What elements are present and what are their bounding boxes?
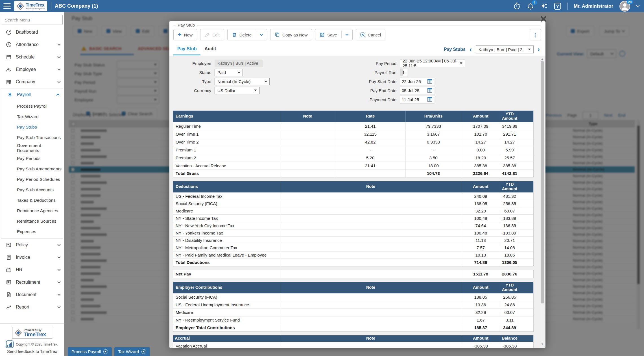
total-deductions-row: Total Deductions 714.86 1306.05 xyxy=(173,259,533,266)
pay-period-select[interactable]: 22-Jun-25 12:00 AM | 05-Jul-25 11:5 xyxy=(400,60,465,67)
sidebar-item-company[interactable]: Company xyxy=(0,76,64,88)
sidebar-subitem[interactable]: Government Documents xyxy=(1,143,63,153)
save-button[interactable]: Save xyxy=(315,29,341,40)
sidebar-item-schedule[interactable]: Schedule xyxy=(0,51,64,63)
whats-new-icon[interactable] xyxy=(540,2,548,10)
sidebar-subitem[interactable]: Pay Period Schedules xyxy=(1,174,63,184)
kebab-menu-icon[interactable] xyxy=(530,29,541,40)
deduction-row[interactable]: US - Federal Income Tax 240.09 431.32 xyxy=(173,192,533,200)
deduction-row[interactable]: NY - Disability Insurance 11.13 20.71 xyxy=(173,236,533,244)
timetrex-logo[interactable]: TimeTrex Workforce Management xyxy=(14,1,47,11)
employer-contribution-row[interactable]: Medicare 32.29 60.07 xyxy=(173,309,533,316)
save-menu-chevron[interactable] xyxy=(342,29,352,40)
dashboard-icon xyxy=(6,29,12,35)
edit-button[interactable]: Edit xyxy=(200,29,224,40)
deduction-row[interactable]: NY - New York City Income Tax 74.64 136.… xyxy=(173,222,533,229)
timer-icon[interactable] xyxy=(513,2,521,10)
record-selector[interactable]: Kathryn | Burr | Paid | 2 xyxy=(476,45,534,53)
pay-stub-modal: Pay Stub New Edit Delete xyxy=(169,21,545,347)
earnings-row[interactable]: Over Time 2 42.82 0.3333 14.27 14.27 xyxy=(173,138,533,146)
dock-tab-process-payroll[interactable]: Process Payroll xyxy=(68,347,112,356)
close-icon[interactable] xyxy=(539,15,548,23)
user-menu-chevron-icon[interactable] xyxy=(636,4,639,7)
powered-by-timetrex[interactable]: Powered By TimeTrex xyxy=(12,327,52,339)
delete-menu-chevron[interactable] xyxy=(256,29,267,40)
notifications-icon[interactable]: 4 xyxy=(527,3,534,10)
earnings-row[interactable]: Regular Time 21.41 79.7333 1707.09 3419.… xyxy=(173,122,533,130)
plus-icon xyxy=(178,32,182,38)
earnings-row[interactable]: Vacation - Accrual Release 21.41 18.00 3… xyxy=(173,162,533,170)
payment-date-input[interactable]: 11-Jul-25 xyxy=(400,96,434,103)
sidebar-subitem[interactable]: Remittance Sources xyxy=(1,216,63,226)
accrual-row[interactable]: Vacation Accrual -385.38 -385.38 xyxy=(173,342,533,348)
sidebar-subitem[interactable]: Pay Stub Amendments xyxy=(1,164,63,174)
sidebar-subitem[interactable]: Pay Stub Accounts xyxy=(1,184,63,195)
deduction-row[interactable]: NY - State Income Tax 100.48 183.89 xyxy=(173,214,533,222)
scroll-up-icon[interactable] xyxy=(540,57,544,61)
calendar-icon[interactable] xyxy=(427,79,432,84)
avatar[interactable]: 28 xyxy=(619,1,630,12)
calendar-icon[interactable] xyxy=(427,88,432,93)
sidebar-subitem[interactable]: Pay Stub Transactions xyxy=(1,132,63,143)
cancel-button[interactable]: Cancel xyxy=(356,29,386,40)
sidebar-item-invoice[interactable]: Invoice xyxy=(0,251,64,264)
sidebar-item-employee[interactable]: Employee xyxy=(0,63,64,76)
sidebar-item-payroll[interactable]: Payroll xyxy=(1,88,63,101)
sidebar-item-policy[interactable]: Policy xyxy=(0,239,64,251)
menu-icon[interactable] xyxy=(0,0,13,12)
bar-chart-icon[interactable] xyxy=(6,340,14,348)
earnings-row[interactable]: Over Time 1 32.115 3.1667 101.70 291.71 xyxy=(173,130,533,138)
search-menu-input[interactable] xyxy=(2,15,63,25)
help-icon[interactable] xyxy=(554,3,561,10)
deduction-row[interactable]: NY - Yonkers Income Tax 100.48 183.89 xyxy=(173,229,533,236)
earnings-row[interactable]: Premium 1 - - 0.00 5.99 xyxy=(173,146,533,154)
scrollbar-thumb[interactable] xyxy=(541,61,544,303)
calendar-icon[interactable] xyxy=(427,97,432,102)
close-circle-icon[interactable] xyxy=(141,349,146,354)
deduction-row[interactable]: NY - Metropolitan Commuter Tax 7.57 14.0… xyxy=(173,244,533,251)
calendar-icon xyxy=(6,54,12,60)
copy-as-new-button[interactable]: Copy as New xyxy=(270,29,312,40)
new-button[interactable]: New xyxy=(173,29,197,40)
dock-tab-tax-wizard[interactable]: Tax Wizard xyxy=(114,347,150,356)
employer-contribution-row[interactable]: Social Security (FICA) 138.05 256.85 xyxy=(173,293,533,301)
modal-scrollbar[interactable] xyxy=(540,57,544,346)
sidebar-item-hr[interactable]: HR xyxy=(0,264,64,276)
deduction-row[interactable]: Social Security (FICA) 138.05 256.85 xyxy=(173,200,533,207)
sidebar-subitem[interactable]: Expenses xyxy=(1,226,63,237)
tab-pay-stub[interactable]: Pay Stub xyxy=(173,44,200,55)
chevron-down-icon xyxy=(57,42,60,45)
employer-contribution-row[interactable]: US - Federal Unemployment Insurance 13.3… xyxy=(173,301,533,309)
status-select[interactable]: Paid xyxy=(215,69,243,76)
sidebar-subitem[interactable]: Taxes & Deductions xyxy=(1,195,63,205)
currency-select[interactable]: US Dollar xyxy=(215,87,260,94)
tab-audit[interactable]: Audit xyxy=(200,44,220,55)
next-record-icon[interactable]: › xyxy=(537,46,540,53)
deduction-row[interactable]: Medicare 32.29 60.07 xyxy=(173,207,533,214)
earnings-row[interactable]: Premium 2 5.20 3.50 18.20 25.57 xyxy=(173,154,533,162)
scroll-down-icon[interactable] xyxy=(540,342,544,346)
sidebar-item-attendance[interactable]: Attendance xyxy=(0,38,64,51)
payroll-run-input[interactable]: 1 xyxy=(400,69,407,76)
sidebar-subitem[interactable]: Remittance Agencies xyxy=(1,205,63,216)
sidebar-subitem[interactable]: Tax Wizard xyxy=(1,111,63,122)
type-select[interactable]: Normal (In-Cycle) xyxy=(215,78,270,85)
deduction-row[interactable]: NY - Paid Family and Medical Leave - Emp… xyxy=(173,251,533,259)
sidebar-subitem[interactable]: Pay Stubs xyxy=(1,122,63,132)
sidebar-item-document[interactable]: Document xyxy=(0,288,64,301)
pay-end-date-input[interactable]: 05-Jul-25 xyxy=(400,87,434,94)
sidebar-item-dashboard[interactable]: Dashboard xyxy=(0,26,64,38)
close-circle-icon[interactable] xyxy=(103,349,108,354)
sidebar-item-recruitment[interactable]: Recruitment xyxy=(0,276,64,288)
delete-split-button: Delete xyxy=(227,29,267,40)
save-icon xyxy=(320,32,325,37)
sidebar-subitem[interactable]: Process Payroll xyxy=(1,101,63,111)
feedback-link[interactable]: Send feedback to TimeTrex xyxy=(0,349,64,354)
pay-start-date-input[interactable]: 22-Jun-25 xyxy=(400,78,434,85)
pencil-icon xyxy=(205,32,210,37)
employer-contribution-row[interactable]: NY - Reemployment Service Fund 1.67 3.11 xyxy=(173,316,533,324)
previous-record-icon[interactable]: ‹ xyxy=(469,46,472,53)
sidebar-subitem[interactable]: Pay Periods xyxy=(1,153,63,164)
delete-button[interactable]: Delete xyxy=(228,29,256,40)
sidebar-item-report[interactable]: Report xyxy=(0,301,64,313)
